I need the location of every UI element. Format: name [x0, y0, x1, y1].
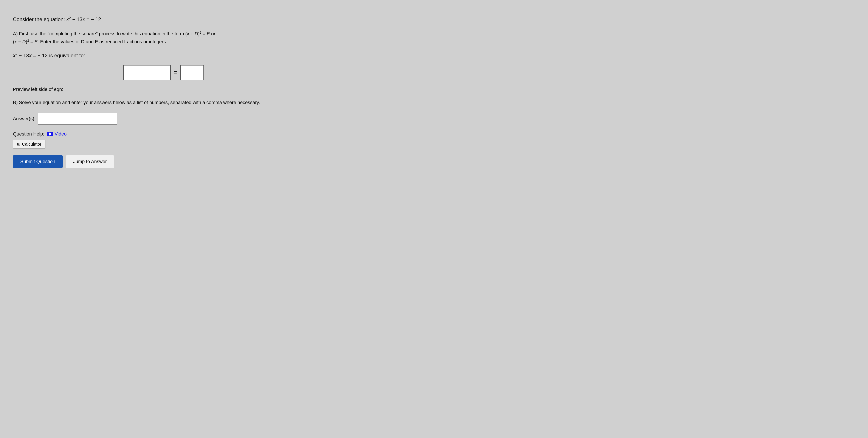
question-help-row: Question Help: Video [13, 131, 314, 137]
answer-row: Answer(s): [13, 113, 314, 125]
preview-text: Preview left side of eqn: [13, 87, 314, 92]
section-b-text: B) Solve your equation and enter your an… [13, 99, 314, 106]
right-side-input[interactable] [180, 65, 204, 80]
action-buttons-row: Submit Question Jump to Answer [13, 155, 314, 168]
submit-question-button[interactable]: Submit Question [13, 155, 63, 168]
calculator-button[interactable]: ⊞ Calculator [13, 140, 45, 149]
video-link-text: Video [55, 131, 67, 137]
jump-to-answer-button[interactable]: Jump to Answer [66, 155, 115, 168]
completing-square-row: = [13, 65, 314, 80]
page-container: Consider the equation: x2 − 13x = − 12 A… [13, 9, 314, 168]
answer-label: Answer(s): [13, 116, 35, 121]
calculator-icon: ⊞ [17, 142, 20, 146]
equation-header: Consider the equation: x2 − 13x = − 12 [13, 16, 314, 23]
top-divider [13, 9, 314, 9]
left-side-input[interactable] [123, 65, 171, 80]
section-a-text: A) First, use the "completing the square… [13, 30, 314, 46]
equation-line: x2 − 13x = − 12 is equivalent to: [13, 52, 314, 59]
calculator-btn-label: Calculator [22, 142, 41, 147]
equals-sign: = [174, 69, 177, 76]
video-play-icon [48, 132, 53, 136]
answer-input[interactable] [38, 113, 117, 125]
video-link[interactable]: Video [48, 131, 67, 137]
question-help-label: Question Help: [13, 131, 44, 137]
